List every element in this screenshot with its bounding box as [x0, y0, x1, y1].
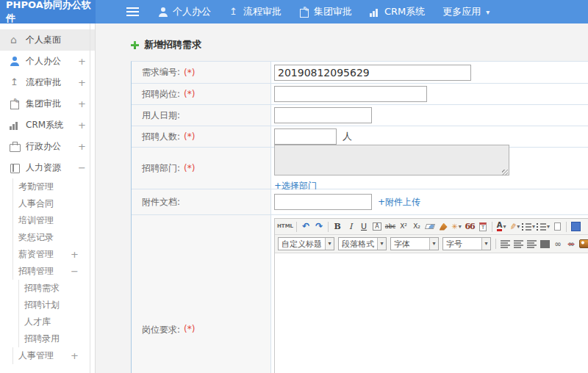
paste-text-icon[interactable]: T — [477, 220, 489, 233]
unlink-icon[interactable]: ∞ — [565, 238, 577, 250]
collapse-icon[interactable]: − — [78, 162, 86, 173]
required-asterisk: (*) — [184, 68, 195, 78]
font-family-select[interactable]: 字体▾ — [390, 237, 439, 250]
expand-icon[interactable]: + — [71, 249, 79, 260]
paragraph-format-select[interactable]: 段落格式▾ — [338, 237, 387, 250]
paragraph-format-select-value: 段落格式 — [339, 239, 377, 250]
position-input[interactable] — [274, 86, 427, 102]
sidebar-item-crm-system[interactable]: CRM系统+ — [0, 115, 95, 136]
hamburger-menu-icon[interactable] — [126, 7, 139, 16]
media-icon[interactable] — [570, 220, 581, 233]
sidebar-item-recruitment-management[interactable]: 招聘管理− — [0, 263, 95, 280]
app-logo[interactable]: PHPOA协同办公软件 — [0, 0, 96, 23]
blockquote-icon[interactable]: 66 — [464, 220, 476, 233]
sidebar-item-recruitment-hiring[interactable]: 招聘录用 — [0, 330, 95, 347]
flow-icon — [229, 7, 239, 17]
headcount-input[interactable] — [274, 128, 337, 145]
align-justify-icon[interactable] — [539, 238, 551, 250]
sidebar-item-admin-office[interactable]: 行政办公+ — [0, 136, 95, 157]
requirement-no-label: 需求编号: — [142, 66, 180, 79]
sidebar-item-personnel-management[interactable]: 人事管理+ — [0, 347, 95, 364]
sidebar-item-label: 个人办公 — [26, 55, 61, 68]
format-brush-icon[interactable] — [437, 220, 449, 233]
nav-crm-system-label: CRM系统 — [384, 5, 425, 18]
expand-icon[interactable]: + — [78, 98, 86, 109]
redo-icon[interactable]: ↷ — [313, 220, 325, 233]
underline-icon[interactable]: U — [358, 220, 370, 233]
font-size-select[interactable]: 字号▾ — [442, 237, 491, 250]
flow-icon — [10, 78, 20, 87]
link-icon[interactable]: ∞ — [552, 238, 564, 250]
nav-workflow-approval[interactable]: 流程审批 — [229, 5, 282, 18]
remove-format-icon[interactable] — [424, 220, 436, 233]
sidebar-item-personal-desktop[interactable]: 个人桌面 — [0, 29, 95, 51]
font-color-icon[interactable]: A▾ — [495, 220, 507, 233]
expand-icon[interactable]: + — [78, 120, 86, 131]
align-center-icon[interactable] — [512, 238, 524, 250]
quick-format-icon[interactable]: ✳▾ — [451, 220, 462, 233]
italic-icon[interactable]: I — [345, 220, 356, 233]
nav-more-apps[interactable]: 更多应用▾ — [442, 5, 490, 18]
bold-icon[interactable]: B — [331, 220, 343, 233]
user-icon — [10, 57, 20, 66]
strikethrough-icon[interactable]: abc — [384, 220, 396, 233]
font-style-icon[interactable]: A — [371, 220, 383, 233]
expand-icon[interactable]: + — [78, 77, 86, 88]
requirement-no-input[interactable] — [274, 65, 471, 81]
align-right-icon[interactable] — [526, 238, 537, 250]
sidebar-item-reward-punishment-records[interactable]: 奖惩记录 — [0, 229, 95, 246]
image-icon[interactable] — [578, 238, 588, 250]
sidebar-item-personnel-contract[interactable]: 人事合同 — [0, 195, 95, 212]
sidebar-item-label: 流程审批 — [26, 76, 61, 89]
expand-icon[interactable]: + — [78, 56, 86, 67]
custom-title-select[interactable]: 自定义标题▾ — [278, 237, 334, 250]
sidebar-item-label: 薪资管理 — [18, 248, 54, 261]
sidebar-item-talent-pool[interactable]: 人才库 — [0, 314, 95, 330]
html-source-icon[interactable]: HTML — [277, 220, 293, 233]
superscript-icon[interactable]: X² — [398, 220, 409, 233]
collapse-icon[interactable]: − — [71, 266, 79, 277]
caret-down-icon: ▾ — [459, 223, 462, 230]
department-textarea[interactable] — [274, 145, 509, 175]
sidebar-item-recruitment-requirements[interactable]: 招聘需求 — [0, 280, 95, 297]
undo-icon[interactable]: ↶ — [300, 220, 312, 233]
expand-icon[interactable]: + — [71, 350, 79, 361]
attachment-upload-link[interactable]: +附件上传 — [378, 196, 420, 209]
editor-content-area[interactable] — [275, 253, 588, 373]
expand-icon[interactable]: + — [78, 141, 86, 152]
sidebar-scrollbar[interactable] — [90, 23, 90, 373]
subscript-icon[interactable]: X₂ — [411, 220, 423, 233]
ordered-list-icon[interactable]: ▾ — [522, 220, 535, 233]
sidebar-item-training-management[interactable]: 培训管理 — [0, 212, 95, 229]
nav-group-approval[interactable]: 集团审批 — [299, 5, 352, 18]
align-left-icon[interactable] — [499, 238, 511, 250]
required-asterisk: (*) — [184, 131, 195, 142]
new-page-icon[interactable] — [551, 220, 563, 233]
headcount-unit: 人 — [343, 130, 352, 143]
editor-toolbar-row2: 自定义标题▾段落格式▾字体▾字号▾∞∞ — [275, 235, 588, 253]
nav-personal-office[interactable]: 个人办公 — [158, 5, 211, 18]
headcount-label: 招聘人数: — [142, 131, 180, 143]
unordered-list-icon[interactable]: ▾ — [537, 220, 550, 233]
sidebar-item-workflow-approval[interactable]: 流程审批+ — [0, 72, 95, 93]
date-input[interactable] — [274, 107, 372, 123]
add-plus-icon — [131, 41, 139, 49]
sidebar-item-group-approval[interactable]: 集团审批+ — [0, 93, 95, 115]
sidebar-nav: 个人桌面个人办公+流程审批+集团审批+CRM系统+行政办公+人力资源−考勤管理人… — [0, 29, 95, 364]
highlight-icon[interactable]: ✎▾ — [509, 220, 520, 233]
sidebar-item-human-resources[interactable]: 人力资源− — [0, 157, 95, 178]
sidebar-item-personal-office[interactable]: 个人办公+ — [0, 51, 95, 72]
sidebar-item-recruitment-plan[interactable]: 招聘计划 — [0, 297, 95, 314]
nav-group-approval-label: 集团审批 — [314, 5, 352, 18]
form-row-requirement-no: 需求编号: (*) — [132, 62, 588, 84]
sidebar-item-label: 招聘需求 — [24, 282, 60, 294]
sidebar-item-label: 考勤管理 — [18, 181, 54, 193]
sidebar-item-attendance-management[interactable]: 考勤管理 — [0, 178, 95, 195]
attachment-input[interactable] — [274, 194, 372, 210]
sidebar-item-salary-management[interactable]: 薪资管理+ — [0, 246, 95, 263]
caret-down-icon: ▾ — [503, 223, 506, 230]
edit-icon — [10, 99, 20, 109]
form-row-position: 招聘岗位: (*) — [132, 84, 588, 105]
sidebar-item-label: 招聘管理 — [18, 265, 54, 278]
nav-crm-system[interactable]: CRM系统 — [370, 5, 425, 18]
